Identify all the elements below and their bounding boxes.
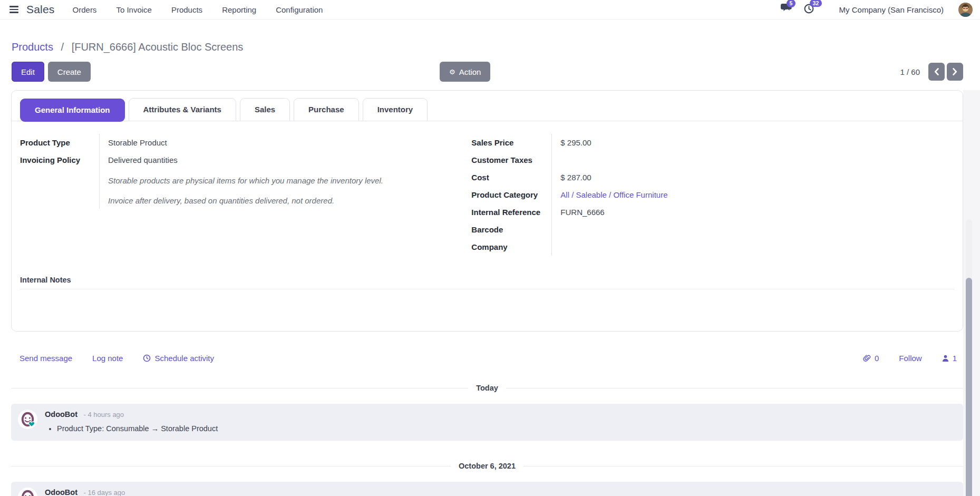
internal-notes-label: Internal Notes [20, 276, 954, 284]
field-label-sales-price: Sales Price [471, 134, 551, 151]
field-value-cost: $ 287.00 [551, 169, 949, 186]
message-timestamp: - 16 days ago [83, 489, 125, 496]
apps-menu-icon[interactable] [8, 4, 20, 15]
schedule-activity-button[interactable]: Schedule activity [143, 354, 214, 363]
company-switcher[interactable]: My Company (San Francisco) [839, 5, 944, 14]
paperclip-icon [863, 354, 871, 362]
nav-item-products[interactable]: Products [171, 5, 202, 14]
internal-notes-divider [20, 289, 954, 289]
control-panel: Products / [FURN_6666] Acoustic Bloc Scr… [0, 20, 980, 82]
messages-badge: 5 [787, 0, 796, 7]
tab-purchase[interactable]: Purchase [294, 98, 359, 121]
field-value-sales-price: $ 295.00 [551, 134, 949, 151]
field-label-product-category: Product Category [471, 186, 551, 203]
field-value-product-type: Storable Product [99, 134, 447, 151]
field-label-invoicing-policy: Invoicing Policy [20, 151, 99, 169]
field-value-invoicing-policy: Delivered quantities [99, 151, 447, 169]
activities-badge: 32 [810, 0, 822, 7]
log-note-button[interactable]: Log note [92, 354, 123, 363]
followers-button[interactable]: 1 [942, 354, 957, 363]
field-value-internal-reference: FURN_6666 [551, 203, 949, 221]
create-button[interactable]: Create [48, 62, 91, 82]
message-author: OdooBot [45, 410, 77, 419]
field-value-barcode [551, 221, 949, 238]
person-icon [942, 355, 949, 362]
tab-inventory[interactable]: Inventory [363, 98, 428, 121]
field-value-product-category-link[interactable]: All / Saleable / Office Furniture [560, 190, 667, 199]
odoobot-avatar [18, 410, 37, 429]
breadcrumb-separator: / [61, 41, 64, 53]
pager-count: 1 / 60 [900, 67, 920, 76]
followers-count: 1 [953, 354, 957, 363]
breadcrumb-products-link[interactable]: Products [12, 41, 53, 53]
chatter: Send message Log note Schedule activity … [11, 354, 963, 496]
attachments-count: 0 [875, 354, 879, 363]
message-timestamp: - 4 hours ago [83, 411, 124, 419]
nav-item-to-invoice[interactable]: To Invoice [116, 5, 152, 14]
field-label-company: Company [471, 238, 551, 256]
pager-next-button[interactable] [947, 63, 963, 81]
messages-button[interactable]: 5 [781, 4, 792, 15]
activities-button[interactable]: 32 [804, 4, 814, 16]
field-label-barcode: Barcode [471, 221, 551, 238]
tab-attributes-variants[interactable]: Attributes & Variants [129, 98, 236, 121]
follow-button[interactable]: Follow [899, 354, 921, 363]
user-avatar[interactable] [958, 3, 973, 17]
help-text-storable: Storable products are physical items for… [99, 169, 447, 189]
pager: 1 / 60 [900, 63, 963, 81]
page-title: [FURN_6666] Acoustic Bloc Screens [72, 41, 244, 53]
edit-button[interactable]: Edit [12, 62, 44, 82]
date-divider-october: October 6, 2021 [11, 462, 963, 470]
field-label-customer-taxes: Customer Taxes [471, 151, 551, 169]
send-message-button[interactable]: Send message [20, 354, 72, 363]
tab-sales[interactable]: Sales [240, 98, 290, 121]
help-text-invoice: Invoice after delivery, based on quantit… [99, 189, 447, 209]
internal-notes-section: Internal Notes [12, 256, 963, 289]
chatter-message: OdooBot - 4 hours ago Product Type: Cons… [11, 404, 963, 441]
top-navbar: Sales Orders To Invoice Products Reporti… [0, 0, 980, 20]
activity-clock-icon [143, 354, 151, 362]
field-label-internal-reference: Internal Reference [471, 203, 551, 221]
main-menu: Orders To Invoice Products Reporting Con… [73, 5, 343, 14]
attachments-button[interactable]: 0 [863, 354, 879, 363]
gear-icon: ⚙ [449, 69, 455, 75]
field-group-right: Sales Price $ 295.00 Customer Taxes Cost… [471, 134, 949, 256]
tab-general-information[interactable]: General Information [20, 99, 125, 122]
nav-item-orders[interactable]: Orders [73, 5, 97, 14]
message-body: Product Type: Consumable → Storable Prod… [45, 423, 218, 434]
odoo-app-window: Sales Orders To Invoice Products Reporti… [0, 0, 980, 496]
odoobot-avatar [18, 488, 37, 496]
nav-item-configuration[interactable]: Configuration [276, 5, 323, 14]
pager-previous-button[interactable] [928, 63, 945, 81]
nav-item-reporting[interactable]: Reporting [222, 5, 256, 14]
field-group-left: Product Type Storable Product Invoicing … [20, 134, 471, 256]
field-value-company [551, 238, 949, 256]
notebook-tabs: General Information Attributes & Variant… [12, 91, 963, 121]
field-value-customer-taxes [551, 151, 949, 169]
form-view: General Information Attributes & Variant… [0, 90, 980, 496]
chevron-right-icon [953, 68, 957, 75]
field-label-cost: Cost [471, 169, 551, 186]
app-name[interactable]: Sales [26, 3, 55, 16]
breadcrumb: Products / [FURN_6666] Acoustic Bloc Scr… [12, 40, 963, 54]
field-label-product-type: Product Type [20, 134, 99, 151]
product-form-sheet: General Information Attributes & Variant… [11, 90, 963, 332]
chatter-toolbar: Send message Log note Schedule activity … [11, 354, 963, 363]
action-button[interactable]: ⚙ Action [440, 62, 490, 82]
scrollbar-thumb[interactable] [966, 278, 972, 496]
chatter-message: OdooBot - 16 days ago Product Template c… [11, 482, 963, 496]
chevron-left-icon [934, 68, 939, 75]
date-divider-today: Today [11, 384, 963, 392]
message-author: OdooBot [45, 488, 77, 496]
